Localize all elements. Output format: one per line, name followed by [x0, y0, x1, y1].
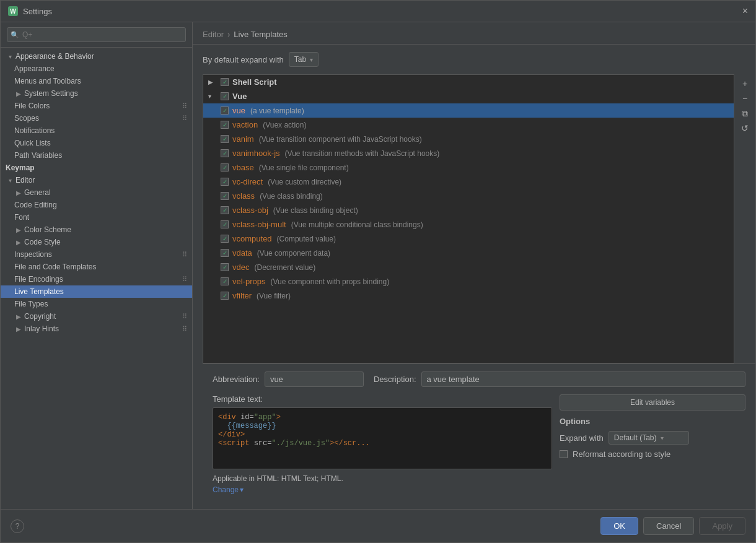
- expand-row: By default expand with Tab ▾: [203, 52, 755, 67]
- reformat-row: Reformat according to style: [560, 450, 745, 459]
- footer-buttons: OK Cancel Apply: [600, 517, 745, 535]
- sidebar-item-inlay-hints[interactable]: ▶ Inlay Hints ⠿: [1, 323, 192, 335]
- sidebar-item-system-settings[interactable]: ▶ System Settings: [1, 87, 192, 100]
- vcomputed-checkbox[interactable]: [221, 235, 229, 243]
- template-item-vcomputed[interactable]: vcomputed (Computed value): [203, 232, 734, 246]
- template-item-vue[interactable]: vue (a vue template): [203, 103, 734, 118]
- reset-template-button[interactable]: ↺: [738, 121, 752, 135]
- dialog-title: Settings: [23, 7, 52, 16]
- template-item-vclass[interactable]: vclass (Vue class binding): [203, 189, 734, 203]
- vc-direct-checkbox[interactable]: [221, 178, 229, 186]
- expand-with-dropdown[interactable]: Default (Tab) ▾: [609, 431, 689, 445]
- sidebar-item-file-colors[interactable]: File Colors ⠿: [1, 100, 192, 112]
- abbr-desc-row: Abbreviation: Description:: [213, 371, 745, 387]
- sidebar-item-color-scheme[interactable]: ▶ Color Scheme: [1, 224, 192, 236]
- code-line-2: {{message}}: [218, 422, 547, 430]
- templates-list: ▶ Shell Script ▾ Vue: [203, 74, 734, 363]
- template-item-vclass-obj-mult[interactable]: vclass-obj-mult (Vue multiple conditiona…: [203, 217, 734, 232]
- template-item-vdata[interactable]: vdata (Vue component data): [203, 246, 734, 260]
- templates-container: ▶ Shell Script ▾ Vue: [203, 74, 755, 363]
- template-text-area[interactable]: <div id="app"> {{message}} </div> <scrip…: [213, 407, 552, 469]
- vclass-obj-mult-checkbox[interactable]: [221, 220, 229, 228]
- template-text-block: Template text: <div id="app"> {{message}…: [213, 394, 552, 494]
- applicable-area: Applicable in HTML: HTML Text; HTML. Cha…: [213, 474, 552, 494]
- vel-props-checkbox[interactable]: [221, 277, 229, 285]
- expand-arrow-icon: ▾: [208, 93, 217, 100]
- sidebar-item-code-editing[interactable]: Code Editing: [1, 199, 192, 211]
- sidebar-item-file-encodings[interactable]: File Encodings ⠿: [1, 273, 192, 285]
- abbreviation-input[interactable]: [265, 371, 364, 387]
- template-item-vc-direct[interactable]: vc-direct (Vue custom directive): [203, 175, 734, 189]
- close-button[interactable]: ×: [742, 6, 748, 17]
- code-line-1: <div id="app">: [218, 413, 547, 422]
- help-button[interactable]: ?: [11, 519, 24, 533]
- template-text-options-row: Template text: <div id="app"> {{message}…: [213, 394, 745, 494]
- template-item-vel-props[interactable]: vel-props (Vue component with props bind…: [203, 274, 734, 289]
- sidebar-item-live-templates[interactable]: Live Templates: [1, 285, 192, 298]
- sidebar-item-font[interactable]: Font: [1, 211, 192, 224]
- apply-button[interactable]: Apply: [699, 517, 745, 535]
- vanimhook-js-checkbox[interactable]: [221, 149, 229, 157]
- search-wrapper: 🔍: [7, 27, 186, 42]
- template-item-vclass-obj[interactable]: vclass-obj (Vue class binding object): [203, 203, 734, 217]
- sidebar-item-appearance-behavior[interactable]: ▾ Appearance & Behavior: [1, 50, 192, 63]
- search-box: 🔍: [1, 22, 192, 48]
- sidebar-item-editor[interactable]: ▾ Editor: [1, 174, 192, 186]
- sidebar-item-keymap[interactable]: Keymap: [1, 162, 192, 174]
- template-item-vanimhook-js[interactable]: vanimhook-js (Vue transition methods wit…: [203, 146, 734, 160]
- template-item-vanim[interactable]: vanim (Vue transition component with Jav…: [203, 132, 734, 146]
- sidebar-item-notifications[interactable]: Notifications: [1, 124, 192, 137]
- cancel-button[interactable]: Cancel: [643, 517, 694, 535]
- vfilter-checkbox[interactable]: [221, 292, 229, 300]
- reformat-checkbox[interactable]: [560, 450, 568, 458]
- breadcrumb-separator: ›: [227, 30, 230, 39]
- sidebar-item-file-code-templates[interactable]: File and Code Templates: [1, 261, 192, 273]
- group-shell-script[interactable]: ▶ Shell Script: [203, 75, 734, 89]
- sidebar-item-menus-toolbars[interactable]: Menus and Toolbars: [1, 75, 192, 87]
- breadcrumb-current: Live Templates: [234, 30, 287, 39]
- chevron-down-icon: ▾: [310, 56, 313, 63]
- vdata-checkbox[interactable]: [221, 249, 229, 257]
- expand-dropdown[interactable]: Tab ▾: [289, 52, 319, 67]
- shell-script-checkbox[interactable]: [221, 78, 229, 86]
- sidebar-item-path-variables[interactable]: Path Variables: [1, 149, 192, 162]
- search-input[interactable]: [7, 27, 186, 42]
- dots-icon: ⠿: [182, 313, 187, 321]
- settings-dialog: W Settings × 🔍 ▾ Appearance & Behavior A: [0, 0, 756, 543]
- add-template-button[interactable]: +: [738, 77, 752, 90]
- description-input[interactable]: [421, 371, 745, 387]
- vdec-checkbox[interactable]: [221, 263, 229, 271]
- ok-button[interactable]: OK: [600, 517, 638, 535]
- vbase-checkbox[interactable]: [221, 163, 229, 172]
- sidebar-item-general[interactable]: ▶ General: [1, 186, 192, 199]
- template-item-vaction[interactable]: vaction (Vuex action): [203, 118, 734, 132]
- abbreviation-label: Abbreviation:: [213, 375, 260, 384]
- sidebar-item-copyright[interactable]: ▶ Copyright ⠿: [1, 310, 192, 323]
- group-vue[interactable]: ▾ Vue: [203, 89, 734, 103]
- edit-variables-button[interactable]: Edit variables: [560, 394, 745, 411]
- vue-tpl-checkbox[interactable]: [221, 106, 229, 115]
- chevron-down-icon: ▾: [240, 485, 244, 494]
- vue-group-checkbox[interactable]: [221, 92, 229, 100]
- remove-template-button[interactable]: −: [738, 92, 752, 105]
- vclass-obj-checkbox[interactable]: [221, 206, 229, 214]
- expand-arrow-icon: ▶: [14, 89, 23, 98]
- dots-icon: ⠿: [182, 251, 187, 259]
- sidebar-item-code-style[interactable]: ▶ Code Style: [1, 236, 192, 248]
- vanim-checkbox[interactable]: [221, 135, 229, 143]
- sidebar-item-quick-lists[interactable]: Quick Lists: [1, 137, 192, 149]
- sidebar-tree: ▾ Appearance & Behavior Appearance Menus…: [1, 48, 192, 509]
- template-item-vdec[interactable]: vdec (Decrement value): [203, 260, 734, 274]
- sidebar-item-appearance[interactable]: Appearance: [1, 63, 192, 75]
- template-item-vbase[interactable]: vbase (Vue single file component): [203, 160, 734, 175]
- vclass-checkbox[interactable]: [221, 192, 229, 200]
- sidebar-item-scopes[interactable]: Scopes ⠿: [1, 112, 192, 124]
- template-item-vfilter[interactable]: vfilter (Vue filter): [203, 289, 734, 303]
- sidebar-item-file-types[interactable]: File Types: [1, 298, 192, 310]
- copy-template-button[interactable]: ⧉: [738, 106, 752, 120]
- main-panel: Editor › Live Templates By default expan…: [193, 22, 755, 509]
- expand-arrow-icon: ▾: [6, 176, 14, 185]
- sidebar-item-inspections[interactable]: Inspections ⠿: [1, 248, 192, 261]
- vaction-checkbox[interactable]: [221, 121, 229, 129]
- change-link[interactable]: Change ▾: [213, 485, 552, 494]
